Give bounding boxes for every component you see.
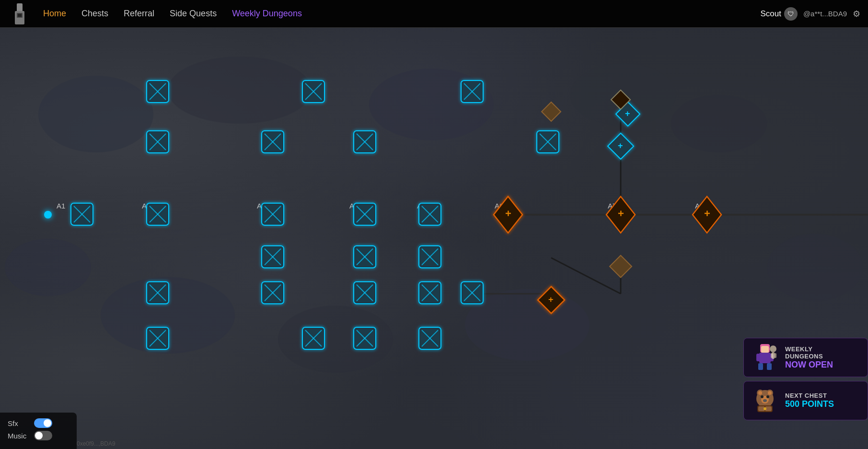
nav-links: Home Chests Referral Side Quests Weekly …	[43, 9, 760, 19]
svg-text:+: +	[704, 207, 710, 219]
weekly-dungeons-card[interactable]: WEEKLY DUNGEONS NOW OPEN	[743, 338, 868, 377]
svg-rect-3	[18, 14, 22, 17]
music-toggle-knob	[35, 432, 43, 439]
svg-text:+: +	[618, 207, 624, 219]
svg-rect-144	[771, 353, 773, 358]
music-label: Music	[8, 432, 29, 440]
logo-icon	[10, 3, 29, 24]
svg-line-37	[551, 258, 621, 294]
nav-side-quests[interactable]: Side Quests	[170, 9, 217, 19]
svg-rect-0	[17, 3, 23, 12]
nav-chests[interactable]: Chests	[81, 9, 108, 19]
svg-text:+: +	[505, 207, 511, 219]
svg-rect-137	[759, 353, 771, 363]
navbar: Home Chests Referral Side Quests Weekly …	[0, 0, 868, 28]
svg-rect-138	[758, 363, 763, 370]
svg-point-149	[758, 391, 762, 395]
nav-scout: Scout 🛡	[760, 7, 797, 21]
svg-point-142	[770, 345, 776, 352]
right-panel: WEEKLY DUNGEONS NOW OPEN	[743, 338, 868, 420]
nav-settings-icon[interactable]: ⚙	[853, 9, 860, 19]
svg-point-6	[369, 69, 494, 140]
svg-marker-134	[610, 255, 632, 277]
svg-point-13	[767, 234, 863, 301]
next-chest-points: 500 POINTS	[785, 399, 861, 409]
dungeon-map: A1 A2 A3 A4 A5 A6 + A7 + A8	[0, 28, 868, 449]
sfx-toggle-knob	[44, 419, 51, 427]
bear-icon	[752, 387, 778, 414]
weekly-dungeons-title: WEEKLY DUNGEONS	[785, 345, 861, 360]
nav-username: @a**t...BDA9	[803, 10, 847, 18]
chest-char	[751, 386, 779, 415]
svg-point-4	[38, 76, 153, 152]
scout-icon: 🛡	[784, 7, 798, 21]
character-icon	[752, 343, 778, 372]
sfx-toggle[interactable]	[34, 418, 52, 428]
footer-controls: Sfx Music	[0, 413, 77, 449]
svg-text:A1: A1	[57, 202, 65, 210]
nav-referral[interactable]: Referral	[124, 9, 154, 19]
svg-point-12	[5, 239, 91, 296]
svg-point-5	[168, 57, 312, 124]
svg-rect-139	[767, 363, 772, 370]
weekly-dungeons-char	[751, 343, 779, 372]
dungeon-background: A1 A2 A3 A4 A5 A6 + A7 + A8	[0, 28, 868, 449]
nav-weekly-dungeons[interactable]: Weekly Dungeons	[232, 9, 302, 19]
svg-point-39	[44, 211, 52, 219]
svg-rect-140	[756, 354, 760, 361]
next-chest-title: NEXT CHEST	[785, 392, 861, 399]
svg-rect-136	[761, 346, 769, 353]
scout-label: Scout	[760, 9, 781, 19]
sfx-label: Sfx	[8, 419, 29, 427]
svg-point-150	[768, 391, 772, 395]
svg-text:+: +	[625, 109, 630, 118]
nav-home[interactable]: Home	[43, 9, 66, 19]
svg-point-154	[763, 399, 767, 402]
wallet-address: 0xe0f9...,BDA9	[77, 440, 116, 447]
svg-marker-133	[542, 102, 561, 121]
weekly-dungeons-text: WEEKLY DUNGEONS NOW OPEN	[785, 345, 861, 370]
svg-point-158	[764, 407, 766, 410]
weekly-dungeons-subtitle: NOW OPEN	[785, 360, 861, 370]
svg-text:+: +	[548, 295, 554, 304]
nav-right: Scout 🛡 @a**t...BDA9 ⚙	[760, 7, 860, 21]
svg-point-153	[766, 395, 769, 398]
svg-point-11	[671, 95, 767, 152]
svg-rect-145	[774, 353, 776, 358]
next-chest-text: NEXT CHEST 500 POINTS	[785, 392, 861, 409]
music-control-row: Music	[8, 431, 69, 440]
svg-text:+: +	[618, 141, 623, 150]
address-bar: 0xe0f9...,BDA9	[77, 440, 116, 447]
next-chest-card[interactable]: NEXT CHEST 500 POINTS	[743, 381, 868, 420]
sfx-control-row: Sfx	[8, 418, 69, 428]
music-toggle[interactable]	[34, 431, 52, 440]
logo	[8, 2, 32, 26]
svg-point-152	[761, 395, 764, 398]
